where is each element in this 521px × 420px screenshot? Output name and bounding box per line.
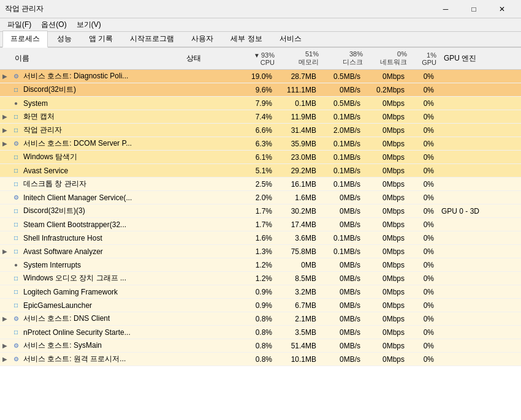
process-icon: □ <box>11 287 21 297</box>
expand-icon[interactable]: ▶ <box>2 356 11 362</box>
col-header-cpu[interactable]: ▼93% CPU <box>235 51 280 66</box>
table-row[interactable]: □ Windows 탐색기 6.1% 23.0MB 0.1MB/s 0Mbps … <box>0 151 521 164</box>
expand-icon[interactable]: ▶ <box>2 73 11 80</box>
table-row[interactable]: ▶ □ Avast Software Analyzer 1.3% 75.8MB … <box>0 245 521 258</box>
table-row[interactable]: □ nProtect Online Security Starte... 0.8… <box>0 326 521 339</box>
table-row[interactable]: ▶ □ 작업 관리자 6.6% 31.4MB 2.0MB/s 0Mbps 0% <box>0 124 521 137</box>
cell-gpu: 0% <box>409 167 439 175</box>
cell-gpu: 0% <box>409 342 439 350</box>
cell-gpu: 0% <box>409 315 439 323</box>
expand-icon[interactable] <box>2 288 11 295</box>
minimize-button[interactable]: ─ <box>432 0 460 18</box>
col-header-status[interactable]: 상태 <box>186 53 235 64</box>
tab-users[interactable]: 사용자 <box>183 31 221 47</box>
cell-disk: 0MB/s <box>321 301 365 310</box>
cell-gpu: 0% <box>409 274 439 283</box>
process-icon: □ <box>11 328 21 337</box>
table-row[interactable]: ▶ ⚙ 서비스 호스트: 원격 프로시저... 0.8% 10.1MB 0MB/… <box>0 353 521 366</box>
process-name: Steam Client Bootstrapper(32... <box>23 220 126 229</box>
expand-icon[interactable] <box>2 275 11 282</box>
table-row[interactable]: □ Logitech Gaming Framework 0.9% 3.2MB 0… <box>0 285 521 299</box>
cell-disk: 0.1MB/s <box>321 247 365 256</box>
table-row[interactable]: □ EpicGamesLauncher 0.9% 6.7MB 0MB/s 0Mb… <box>0 299 521 312</box>
table-row[interactable]: ● System 7.9% 0.1MB 0.5MB/s 0Mbps 0% <box>0 97 521 110</box>
process-name: Discord(32비트) <box>23 84 76 95</box>
expand-icon[interactable] <box>2 261 11 268</box>
col-header-disk[interactable]: 38% 디스크 <box>324 50 368 67</box>
expand-icon[interactable] <box>2 208 11 214</box>
table-row[interactable]: ▶ ⚙ 서비스 호스트: DCOM Server P... 6.3% 35.9M… <box>0 137 521 151</box>
cell-mem: 17.4MB <box>277 220 321 229</box>
expand-icon[interactable] <box>2 181 11 187</box>
table-row[interactable]: □ 데스크톱 창 관리자 2.5% 16.1MB 0.1MB/s 0Mbps 0… <box>0 178 521 191</box>
expand-icon[interactable] <box>2 194 11 201</box>
tab-app-history[interactable]: 앱 기록 <box>81 31 121 47</box>
col-header-name[interactable]: 이름 <box>2 53 186 64</box>
cell-disk: 0.1MB/s <box>321 113 365 121</box>
process-name: 서비스 호스트: 원격 프로시저... <box>23 354 126 364</box>
tab-bar: 프로세스 성능 앱 기록 시작프로그램 사용자 세부 정보 서비스 <box>0 32 521 48</box>
table-row[interactable]: □ Steam Client Bootstrapper(32... 1.7% 1… <box>0 218 521 231</box>
expand-icon[interactable] <box>2 100 11 107</box>
cell-net: 0Mbps <box>365 301 409 310</box>
expand-icon[interactable]: ▶ <box>2 248 11 255</box>
table-row[interactable]: □ Shell Infrastructure Host 1.6% 3.6MB 0… <box>0 231 521 245</box>
cell-cpu: 6.3% <box>233 140 277 148</box>
table-row[interactable]: ⚙ Initech Client Manager Service(... 2.0… <box>0 191 521 204</box>
table-row[interactable]: ▶ ⚙ 서비스 호스트: SysMain 0.8% 51.4MB 0MB/s 0… <box>0 339 521 353</box>
cell-net: 0Mbps <box>365 261 409 269</box>
process-name: 서비스 호스트: SysMain <box>23 340 102 351</box>
table-row[interactable]: ▶ □ 화면 캡처 7.4% 11.9MB 0.1MB/s 0Mbps 0% <box>0 110 521 124</box>
expand-icon[interactable] <box>2 167 11 174</box>
expand-icon[interactable]: ▶ <box>2 140 11 147</box>
tab-details[interactable]: 세부 정보 <box>222 31 270 47</box>
table-row[interactable]: □ Windows 오디오 장치 그래프 ... 1.2% 8.5MB 0MB/… <box>0 272 521 285</box>
expand-icon[interactable]: ▶ <box>2 113 11 120</box>
expand-icon[interactable] <box>2 329 11 336</box>
col-header-gpu-engine[interactable]: GPU 엔진 <box>441 53 519 64</box>
table-row[interactable]: ● System Interrupts 1.2% 0MB 0MB/s 0Mbps… <box>0 258 521 272</box>
process-icon: ⚙ <box>11 139 21 149</box>
table-body[interactable]: ▶ ⚙ 서비스 호스트: Diagnostic Poli... 19.0% 28… <box>0 70 521 420</box>
col-header-mem[interactable]: 51% 메모리 <box>280 50 324 67</box>
menu-file[interactable]: 파일(F) <box>2 18 36 31</box>
cell-name: ▶ ⚙ 서비스 호스트: DCOM Server P... <box>0 138 184 149</box>
expand-icon[interactable] <box>2 234 11 241</box>
cell-disk: 0MB/s <box>321 86 365 94</box>
cell-cpu: 0.8% <box>233 328 277 337</box>
col-header-gpu[interactable]: 1% GPU <box>412 51 441 66</box>
col-header-net[interactable]: 0% 네트워크 <box>368 50 412 67</box>
expand-icon[interactable] <box>2 221 11 228</box>
close-button[interactable]: ✕ <box>488 0 516 18</box>
tab-processes[interactable]: 프로세스 <box>2 31 48 48</box>
process-icon: □ <box>11 301 21 310</box>
menu-view[interactable]: 보기(V) <box>72 18 106 31</box>
cell-gpu: 0% <box>409 328 439 337</box>
table-row[interactable]: □ Discord(32비트) 9.6% 111.1MB 0MB/s 0.2Mb… <box>0 83 521 97</box>
cell-disk: 2.0MB/s <box>321 126 365 135</box>
cell-gpu: 0% <box>409 193 439 202</box>
table-row[interactable]: ▶ ⚙ 서비스 호스트: Diagnostic Poli... 19.0% 28… <box>0 70 521 83</box>
cell-gpu: 0% <box>409 99 439 108</box>
cell-cpu: 6.6% <box>233 126 277 135</box>
cell-disk: 0MB/s <box>321 342 365 350</box>
table-row[interactable]: □ Discord(32비트)(3) 1.7% 30.2MB 0MB/s 0Mb… <box>0 204 521 218</box>
maximize-button[interactable]: □ <box>460 0 488 18</box>
cell-cpu: 0.8% <box>233 355 277 364</box>
tab-services[interactable]: 서비스 <box>272 31 310 47</box>
expand-icon[interactable]: ▶ <box>2 315 11 322</box>
cell-name: ▶ ⚙ 서비스 호스트: Diagnostic Poli... <box>0 71 184 81</box>
expand-icon[interactable]: ▶ <box>2 127 11 133</box>
table-row[interactable]: ▶ ⚙ 서비스 호스트: DNS Client 0.8% 2.1MB 0MB/s… <box>0 312 521 326</box>
tab-startup[interactable]: 시작프로그램 <box>122 31 182 47</box>
expand-icon[interactable] <box>2 154 11 160</box>
table-row[interactable]: □ Avast Service 5.1% 29.2MB 0.1MB/s 0Mbp… <box>0 164 521 178</box>
main-content: 이름 상태 ▼93% CPU 51% 메모리 38% 디스크 0% <box>0 48 521 420</box>
cell-name: □ Windows 탐색기 <box>0 152 184 162</box>
expand-icon[interactable] <box>2 86 11 93</box>
menu-options[interactable]: 옵션(O) <box>36 18 71 31</box>
expand-icon[interactable] <box>2 302 11 309</box>
tab-performance[interactable]: 성능 <box>49 31 80 47</box>
expand-icon[interactable]: ▶ <box>2 342 11 349</box>
cell-gpu: 0% <box>409 288 439 296</box>
